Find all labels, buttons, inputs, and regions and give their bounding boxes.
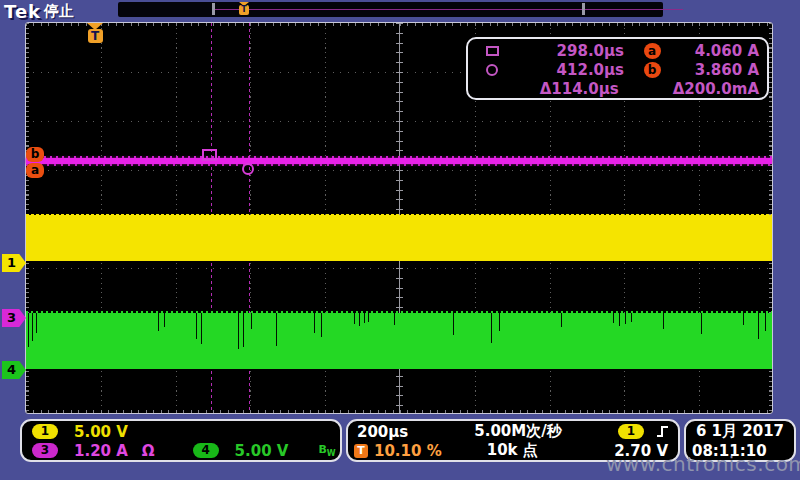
cursor-a-value: 4.060 A: [680, 42, 759, 60]
channel4-spike: [321, 313, 322, 337]
channel3-impedance: Ω: [142, 442, 155, 460]
channel4-scale[interactable]: 5.00 V: [235, 442, 289, 460]
channel4-spike: [36, 313, 37, 333]
wave-inspector-bar[interactable]: T: [118, 2, 663, 17]
cursor-b-circle-icon: [486, 64, 498, 76]
cursor-b-badge: b: [644, 62, 661, 78]
record-length: 10k 点: [487, 441, 538, 460]
cursor-a-row: 298.0µs a 4.060 A: [476, 41, 759, 60]
channel4-spike: [701, 313, 702, 334]
cursor-a-badge: a: [644, 43, 661, 59]
channel4-spike: [238, 313, 239, 349]
channel1-waveform[interactable]: [26, 215, 772, 261]
trigger-position-percent: 10.10 %: [374, 442, 442, 460]
trigger-source-badge[interactable]: 1: [618, 424, 644, 439]
channel4-spike: [196, 313, 197, 339]
cursor-b-row: 412.0µs b 3.860 A: [476, 60, 759, 79]
cursor-a-amplitude-badge[interactable]: a: [26, 163, 44, 178]
cursor-a-square-icon: [486, 46, 499, 56]
channel4-spike: [765, 313, 766, 331]
cursor-a-square-marker[interactable]: [202, 149, 217, 161]
channel3-badge[interactable]: 3: [32, 443, 58, 458]
oscilloscope-screen: Tek 停止 T T b a 1: [0, 0, 800, 480]
channel3-waveform[interactable]: [26, 158, 772, 164]
channel4-spike: [743, 313, 744, 325]
watermark: www.cntronics.com: [606, 452, 800, 476]
cursor-b-time: 412.0µs: [514, 61, 624, 79]
channel1-scale[interactable]: 5.00 V: [74, 423, 128, 441]
trigger-position-marker[interactable]: T: [87, 23, 103, 45]
channel4-spike: [251, 313, 252, 329]
channel4-spike: [394, 313, 395, 325]
channel4-spike: [164, 313, 165, 327]
trigger-position-label: T: [88, 29, 103, 43]
channel1-badge[interactable]: 1: [32, 424, 58, 439]
channel4-spike: [359, 313, 360, 326]
channel4-spike: [276, 313, 277, 346]
cursor-b-amplitude-badge[interactable]: b: [26, 147, 44, 162]
channel4-spike: [561, 313, 562, 327]
channel4-badge[interactable]: 4: [193, 443, 219, 458]
channel4-spike: [158, 313, 159, 331]
acquisition-status: 停止: [44, 2, 74, 21]
channel1-ground-marker[interactable]: 1: [2, 254, 26, 272]
channel4-spike: [354, 313, 355, 324]
channel3-ground-marker[interactable]: 3: [2, 309, 26, 327]
channel4-spike: [631, 313, 632, 322]
cursor-b-circle-marker[interactable]: [242, 163, 254, 175]
channel4-spike: [32, 313, 33, 341]
channel4-spike: [314, 313, 315, 333]
channel4-spike: [619, 313, 620, 326]
channel4-spike: [28, 313, 29, 347]
cursor-b-value: 3.860 A: [680, 61, 759, 79]
channel4-spike: [491, 313, 492, 343]
date-label: 6 1月 2017: [696, 422, 784, 441]
trigger-position-badge: T: [354, 444, 368, 458]
time-per-division[interactable]: 200µs: [357, 423, 408, 441]
zoom-bracket-right[interactable]: [582, 3, 585, 15]
channel4-ground-marker[interactable]: 4: [2, 361, 26, 379]
trigger-position-mini-icon: T: [238, 2, 250, 16]
channel4-spike: [364, 313, 365, 323]
channel4-spike: [613, 313, 614, 323]
channel3-scale[interactable]: 1.20 A: [74, 442, 128, 460]
channel4-spike: [243, 313, 244, 347]
cursor-delta-row: Δ114.0µs Δ200.0mA: [476, 79, 759, 98]
cursor-delta-time: Δ114.0µs: [513, 80, 619, 98]
sample-rate: 5.00M次/秒: [474, 422, 561, 441]
cursor-readout-box: 298.0µs a 4.060 A 412.0µs b 3.860 A Δ114…: [466, 37, 769, 100]
channel4-spike: [758, 313, 759, 339]
channel4-spike: [453, 313, 454, 335]
channel4-spike: [201, 313, 202, 344]
channel-readout-box: 1 5.00 V 3 1.20 A Ω 4 5.00 V BW: [20, 419, 342, 462]
channel4-spike: [625, 313, 626, 324]
channel4-spike: [499, 313, 500, 331]
channel4-spike: [663, 313, 664, 329]
cursor-delta-value: Δ200.0mA: [673, 80, 759, 98]
channel4-spike: [368, 313, 369, 322]
cursor-amplitude-badges: b a: [26, 147, 44, 178]
zoom-bracket-left[interactable]: [212, 3, 215, 15]
record-view-line: [215, 9, 683, 10]
tek-logo: Tek: [4, 1, 41, 22]
cursor-a-time: 298.0µs: [514, 42, 624, 60]
trigger-slope-rising-icon: [656, 424, 670, 439]
bandwidth-limit-icon: BW: [318, 443, 335, 458]
channel4-waveform[interactable]: [26, 313, 772, 369]
